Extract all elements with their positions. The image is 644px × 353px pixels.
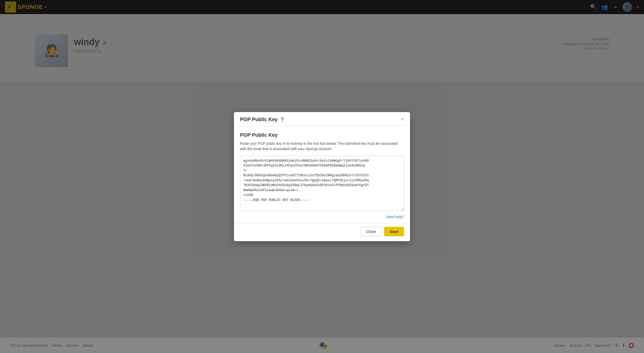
modal-section-title: PGP Public Key xyxy=(240,132,404,138)
need-help-area: Need help? xyxy=(240,215,404,219)
modal-overlay: PGP Public Key ❓ × PGP Public Key Paste … xyxy=(0,0,644,353)
help-icon[interactable]: ❓ xyxy=(280,117,285,122)
modal-header: PGP Public Key ❓ × xyxy=(234,112,410,126)
modal-title-text: PGP Public Key xyxy=(240,117,278,122)
pgp-key-input[interactable] xyxy=(240,156,404,211)
modal-close-button[interactable]: × xyxy=(401,117,404,122)
close-button[interactable]: Close xyxy=(360,227,382,236)
modal-body: PGP Public Key Paste your PGP public key… xyxy=(234,126,410,223)
save-button[interactable]: Save xyxy=(384,227,404,236)
modal-title-area: PGP Public Key ❓ xyxy=(240,117,285,122)
need-help-link[interactable]: Need help? xyxy=(386,215,404,219)
pgp-modal: PGP Public Key ❓ × PGP Public Key Paste … xyxy=(234,112,410,241)
modal-description: Paste your PGP public key in its entiret… xyxy=(240,141,404,152)
modal-footer: Close Save xyxy=(234,223,410,241)
